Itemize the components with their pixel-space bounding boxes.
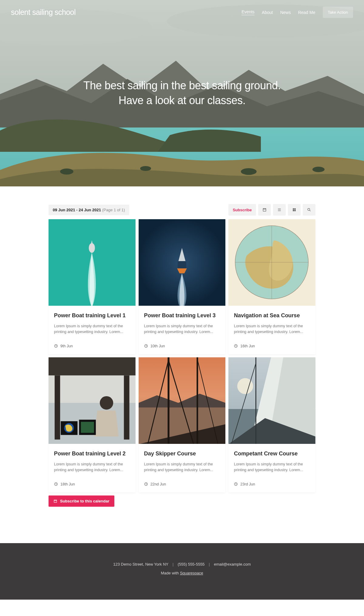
hero-heading: The best sailing in the best sailing gro… <box>76 78 288 108</box>
clock-icon <box>144 482 148 486</box>
hero-section: solent sailing school Events About News … <box>0 0 364 186</box>
event-image <box>139 219 226 306</box>
site-footer: 123 Demo Street, New York NY | (555) 555… <box>0 543 364 600</box>
event-date-row: 18th Jun <box>49 477 136 492</box>
event-description: Lorem Ipsum is simply dummy text of the … <box>54 323 130 335</box>
svg-point-15 <box>89 243 95 253</box>
nav-links: Events About News Read Me Take Action <box>241 7 353 18</box>
date-to: 24 Jun 2021 <box>79 208 101 212</box>
event-title: Power Boat training Level 1 <box>54 312 130 319</box>
date-from: 09 Jun 2021 <box>53 208 75 212</box>
date-range-display: 09 Jun 2021 - 24 Jun 2021 (Page 1 of 1) <box>49 205 129 215</box>
top-navigation: solent sailing school Events About News … <box>0 0 364 18</box>
calendar-view-button[interactable] <box>258 204 271 216</box>
svg-rect-28 <box>49 357 136 376</box>
svg-rect-40 <box>197 357 198 444</box>
events-toolbar: 09 Jun 2021 - 24 Jun 2021 (Page 1 of 1) … <box>49 204 315 216</box>
svg-rect-29 <box>55 375 60 439</box>
event-description: Lorem Ipsum is simply dummy text of the … <box>144 461 220 473</box>
event-description: Lorem Ipsum is simply dummy text of the … <box>234 461 310 473</box>
site-logo[interactable]: solent sailing school <box>11 8 76 17</box>
event-card[interactable]: Day Skipper Course Lorem Ipsum is simply… <box>139 357 226 492</box>
subscribe-calendar-button[interactable]: Subscribe to this calendar <box>49 495 114 507</box>
svg-rect-11 <box>295 210 296 211</box>
event-date: 16th Jun <box>240 344 255 348</box>
event-description: Lorem Ipsum is simply dummy text of the … <box>144 323 220 335</box>
calendar-icon <box>53 499 57 503</box>
nav-about[interactable]: About <box>262 10 273 15</box>
event-date: 22nd Jun <box>150 482 166 486</box>
event-image <box>228 357 315 444</box>
event-card[interactable]: Power Boat training Level 2 Lorem Ipsum … <box>49 357 136 492</box>
clock-icon <box>54 482 58 486</box>
event-title: Competant Crew Course <box>234 450 310 457</box>
svg-rect-30 <box>124 375 129 439</box>
event-description: Lorem Ipsum is simply dummy text of the … <box>54 461 130 473</box>
footer-address: 123 Demo Street, New York NY <box>113 562 168 567</box>
toolbar-actions: Subscribe <box>228 204 315 216</box>
event-card[interactable]: Competant Crew Course Lorem Ipsum is sim… <box>228 357 315 492</box>
clock-icon <box>54 344 58 348</box>
event-date-row: 16th Jun <box>228 339 315 354</box>
list-view-button[interactable] <box>273 204 286 216</box>
hero-text: The best sailing in the best sailing gro… <box>0 18 364 186</box>
svg-rect-18 <box>177 261 186 268</box>
clock-icon <box>234 482 238 486</box>
event-title: Power Boat training Level 2 <box>54 450 130 457</box>
event-card[interactable]: Power Boat training Level 1 Lorem Ipsum … <box>49 219 136 354</box>
event-date: 18th Jun <box>60 482 75 486</box>
list-icon <box>277 208 281 212</box>
event-card[interactable]: Navigation at Sea Course Lorem Ipsum is … <box>228 219 315 354</box>
calendar-icon <box>262 208 267 212</box>
event-title: Day Skipper Course <box>144 450 220 457</box>
clock-icon <box>144 344 148 348</box>
svg-point-31 <box>100 396 113 410</box>
event-date: 23rd Jun <box>240 482 255 486</box>
nav-news[interactable]: News <box>280 10 291 15</box>
search-button[interactable] <box>303 204 315 216</box>
event-date-row: 23rd Jun <box>228 477 315 492</box>
grid-view-button[interactable] <box>288 204 301 216</box>
event-date: 9th Jun <box>60 344 73 348</box>
event-date-row: 10th Jun <box>139 339 226 354</box>
event-date-row: 9th Jun <box>49 339 136 354</box>
nav-events[interactable]: Events <box>241 9 254 15</box>
page-indicator: (Page 1 of 1) <box>102 208 125 212</box>
take-action-button[interactable]: Take Action <box>323 7 353 18</box>
event-title: Power Boat training Level 3 <box>144 312 220 319</box>
svg-point-12 <box>308 208 310 210</box>
svg-rect-10 <box>293 210 294 211</box>
events-section: 09 Jun 2021 - 24 Jun 2021 (Page 1 of 1) … <box>49 186 315 543</box>
event-image <box>139 357 226 444</box>
event-date: 10th Jun <box>150 344 165 348</box>
nav-readme[interactable]: Read Me <box>298 10 315 15</box>
footer-platform-link[interactable]: Squarespace <box>180 571 203 575</box>
event-title: Navigation at Sea Course <box>234 312 310 319</box>
footer-email: email@example.com <box>214 562 251 567</box>
svg-rect-8 <box>293 208 294 209</box>
search-icon <box>307 208 311 212</box>
event-date-row: 22nd Jun <box>139 477 226 492</box>
event-image <box>228 219 315 306</box>
events-grid: Power Boat training Level 1 Lorem Ipsum … <box>49 219 315 492</box>
event-image <box>49 357 136 444</box>
event-card[interactable]: Power Boat training Level 3 Lorem Ipsum … <box>139 219 226 354</box>
svg-rect-9 <box>295 208 296 209</box>
event-description: Lorem Ipsum is simply dummy text of the … <box>234 323 310 335</box>
svg-rect-39 <box>167 357 169 444</box>
event-image <box>49 219 136 306</box>
footer-madewith: Made with <box>161 571 180 575</box>
clock-icon <box>234 344 238 348</box>
subscribe-calendar-label: Subscribe to this calendar <box>60 499 110 503</box>
subscribe-button[interactable]: Subscribe <box>228 204 256 216</box>
grid-icon <box>292 208 296 212</box>
footer-phone: (555) 555-5555 <box>178 562 205 567</box>
svg-rect-35 <box>81 422 94 433</box>
